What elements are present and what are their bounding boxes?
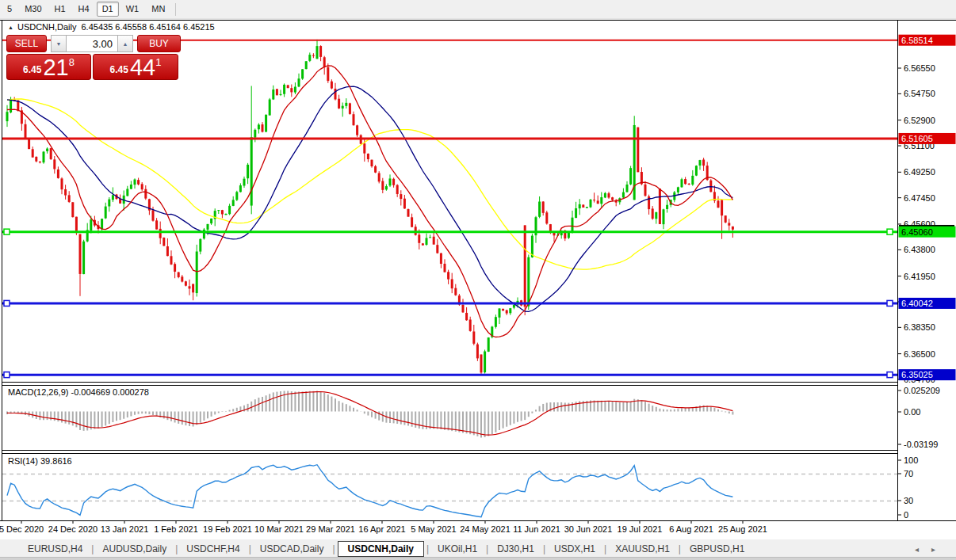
tab-scroll-arrows: ◂ ▸ (915, 545, 935, 554)
volume-decrease-button[interactable]: ▼ (51, 35, 67, 52)
timeframe-button-w1[interactable]: W1 (120, 2, 145, 17)
candle-body (484, 352, 486, 373)
candle-body (702, 160, 705, 166)
hline-handle[interactable] (4, 229, 10, 234)
candle-body (717, 200, 720, 208)
candle-body (210, 219, 212, 223)
hline-handle[interactable] (4, 300, 10, 306)
candle-body (677, 187, 679, 192)
date-axis-label: 25 Aug 2021 (718, 524, 767, 534)
candle-body (604, 193, 606, 198)
candle-body (294, 87, 296, 93)
candle-body (199, 239, 201, 252)
candle-body (728, 223, 730, 225)
chart-canvas[interactable]: 6.565506.547506.529006.511006.492506.474… (0, 20, 956, 540)
timeframe-button-m30[interactable]: M30 (19, 2, 47, 17)
tab-audusd-daily[interactable]: AUDUSD,Daily (96, 541, 173, 557)
candle-body (433, 237, 435, 245)
candle-body (349, 103, 351, 114)
buy-button[interactable]: BUY (137, 35, 181, 52)
candle-body (695, 166, 698, 175)
tab-usdx-h1[interactable]: USDX,H1 (548, 541, 602, 557)
tab-dj30-h1[interactable]: DJ30,H1 (491, 541, 541, 557)
timeframe-button-mn[interactable]: MN (146, 2, 170, 17)
axis-badge-label: 6.45060 (901, 227, 933, 237)
tab-usdcad-daily[interactable]: USDCAD,Daily (254, 541, 331, 557)
candle-body (265, 115, 267, 132)
date-axis-label: 5 Dec 2020 (0, 524, 44, 534)
candle-body (644, 185, 647, 196)
tab-scroll-right-icon[interactable]: ▸ (931, 545, 935, 554)
candle-body (46, 149, 48, 151)
candle-body (538, 202, 541, 217)
candle-body (659, 189, 661, 224)
chart-ohlc-values: 6.45435 6.45558 6.45164 6.45215 (82, 22, 215, 32)
candle-body (239, 185, 242, 192)
candle-body (323, 57, 326, 67)
chart-symbol-period: USDCNH,Daily (17, 22, 77, 32)
candle-body (637, 128, 639, 173)
date-axis-label: 19 Feb 2021 (203, 524, 252, 534)
volume-increase-button[interactable]: ▲ (117, 35, 133, 52)
candle-body (262, 124, 264, 131)
candle-body (418, 234, 420, 242)
candle-body (582, 204, 584, 208)
candle-body (342, 106, 344, 109)
candle-body (298, 78, 300, 86)
candle-body (429, 237, 431, 238)
sell-price-small: 6.45 (23, 64, 41, 75)
candle-body (499, 308, 501, 317)
candle-body (411, 217, 413, 227)
candle-body (506, 310, 508, 314)
buy-price-tile[interactable]: 6.45 44 1 (93, 54, 178, 80)
candle-body (495, 317, 497, 327)
price-axis-label: 6.43800 (904, 245, 935, 254)
candle-body (28, 139, 30, 149)
candle-body (709, 181, 712, 192)
timeframe-toolbar: 5M30H1H4D1W1MN (0, 0, 956, 19)
sell-price-tile[interactable]: 6.45 21 8 (6, 54, 91, 80)
chart-background (0, 20, 956, 540)
candle-body (381, 181, 384, 190)
tab-usdchf-h4[interactable]: USDCHF,H4 (180, 541, 246, 557)
candle-body (61, 178, 63, 189)
tab-eurusd-h4[interactable]: EURUSD,H4 (21, 541, 89, 557)
candle-body (217, 210, 220, 211)
axis-badge-label: 6.51605 (901, 134, 933, 143)
timeframe-button-h4[interactable]: H4 (73, 2, 95, 17)
candle-body (611, 197, 614, 200)
tab-scroll-left-icon[interactable]: ◂ (915, 545, 919, 554)
date-axis-label: 19 Jul 2021 (618, 524, 663, 534)
timeframe-button-h1[interactable]: H1 (49, 2, 71, 17)
candle-body (163, 238, 165, 246)
candle-body (389, 178, 392, 185)
volume-input[interactable] (67, 35, 117, 52)
candle-body (597, 200, 599, 204)
candle-body (392, 179, 395, 185)
price-axis-label: 6.56550 (904, 63, 935, 73)
timeframe-button-d1[interactable]: D1 (97, 2, 119, 17)
candle-body (509, 308, 511, 313)
sell-price-sup: 8 (69, 56, 75, 68)
timeframe-button-5[interactable]: 5 (2, 2, 17, 17)
tab-gbpusd-h1[interactable]: GBPUSD,H1 (683, 541, 751, 557)
candle-body (181, 276, 183, 281)
hline-handle[interactable] (887, 300, 893, 306)
price-axis-label: 6.41950 (904, 272, 935, 281)
tab-ukoil-h1[interactable]: UKOil,H1 (431, 541, 484, 557)
sell-button[interactable]: SELL (6, 35, 47, 52)
hline-handle[interactable] (887, 372, 893, 378)
candle-body (108, 200, 110, 207)
candle-body (290, 88, 293, 92)
hline-handle[interactable] (4, 372, 10, 378)
collapse-chart-icon[interactable]: ▲ (8, 25, 13, 30)
candle-body (53, 159, 55, 169)
price-axis-label: 6.38350 (904, 322, 935, 332)
candle-body (258, 124, 260, 129)
hline-handle[interactable] (887, 229, 893, 234)
candle-body (600, 197, 602, 204)
tab-divider: | (173, 541, 180, 557)
tab-xauusd-h1[interactable]: XAUUSD,H1 (609, 541, 676, 557)
tab-usdcnh-daily[interactable]: USDCNH,Daily (338, 541, 424, 557)
candle-body (480, 355, 483, 373)
